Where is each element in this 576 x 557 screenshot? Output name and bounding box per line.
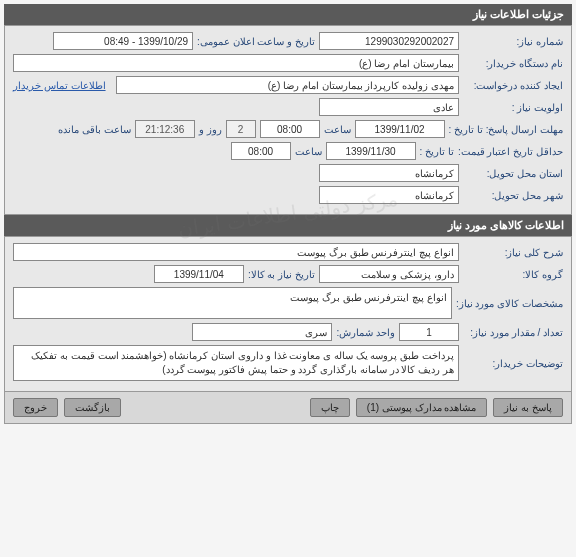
- buyer-notes-label: توضیحات خریدار:: [463, 358, 563, 369]
- deadline-time-field: 08:00: [260, 120, 320, 138]
- days-label: روز و: [199, 124, 222, 135]
- unit-label: واحد شمارش:: [336, 327, 395, 338]
- qty-label: تعداد / مقدار مورد نیاز:: [463, 327, 563, 338]
- validity-label: حداقل تاریخ اعتبار قیمت:: [458, 146, 563, 157]
- section2-body: شرح کلی نیاز: انواع پیچ اینترفرنس طبق بر…: [4, 236, 572, 392]
- attachments-button[interactable]: مشاهده مدارک پیوستی (1): [356, 398, 488, 417]
- creator-label: ایجاد کننده درخواست:: [463, 80, 563, 91]
- section1-body: شماره نیاز: 1299030292002027 تاریخ و ساع…: [4, 25, 572, 215]
- validity-to-label: تا تاریخ :: [420, 146, 454, 157]
- section1-header: جزئیات اطلاعات نیاز: [4, 4, 572, 25]
- desc-field: انواع پیچ اینترفرنس طبق برگ پیوست: [13, 243, 459, 261]
- validity-date-field: 1399/11/30: [326, 142, 416, 160]
- province-field: کرمانشاه: [319, 164, 459, 182]
- need-number-label: شماره نیاز:: [463, 36, 563, 47]
- deadline-label: مهلت ارسال پاسخ: تا تاریخ :: [449, 124, 563, 135]
- group-field: دارو، پزشکی و سلامت: [319, 265, 459, 283]
- contact-link[interactable]: اطلاعات تماس خریدار: [13, 80, 106, 91]
- validity-time-label: ساعت: [295, 146, 322, 157]
- public-date-field: 1399/10/29 - 08:49: [53, 32, 193, 50]
- deadline-time-label: ساعت: [324, 124, 351, 135]
- city-label: شهر محل تحویل:: [463, 190, 563, 201]
- priority-label: اولویت نیاز :: [463, 102, 563, 113]
- buyer-notes-field: پرداخت طبق پروسه یک ساله ی معاونت غذا و …: [13, 345, 459, 381]
- desc-label: شرح کلی نیاز:: [463, 247, 563, 258]
- need-date-field: 1399/11/04: [154, 265, 244, 283]
- spec-label: مشخصات کالای مورد نیاز:: [456, 298, 563, 309]
- priority-field: عادی: [319, 98, 459, 116]
- reply-button[interactable]: پاسخ به نیاز: [493, 398, 563, 417]
- need-date-label: تاریخ نیاز به کالا:: [248, 269, 315, 280]
- unit-field: سری: [192, 323, 332, 341]
- section2-header: اطلاعات کالاهای مورد نیاز: [4, 215, 572, 236]
- buyer-org-label: نام دستگاه خریدار:: [463, 58, 563, 69]
- button-row: پاسخ به نیاز مشاهده مدارک پیوستی (1) چاپ…: [4, 392, 572, 424]
- province-label: استان محل تحویل:: [463, 168, 563, 179]
- group-label: گروه کالا:: [463, 269, 563, 280]
- exit-button[interactable]: خروج: [13, 398, 58, 417]
- back-button[interactable]: بازگشت: [64, 398, 121, 417]
- time-left-field: 21:12:36: [135, 120, 195, 138]
- deadline-date-field: 1399/11/02: [355, 120, 445, 138]
- print-button[interactable]: چاپ: [310, 398, 350, 417]
- need-number-field: 1299030292002027: [319, 32, 459, 50]
- days-left-field: 2: [226, 120, 256, 138]
- time-left-label: ساعت باقی مانده: [58, 124, 131, 135]
- buyer-org-field: بیمارستان امام رضا (ع): [13, 54, 459, 72]
- validity-time-field: 08:00: [231, 142, 291, 160]
- city-field: کرمانشاه: [319, 186, 459, 204]
- qty-field: 1: [399, 323, 459, 341]
- public-date-label: تاریخ و ساعت اعلان عمومی:: [197, 36, 315, 47]
- creator-field: مهدی زولیده کارپرداز بیمارستان امام رضا …: [116, 76, 459, 94]
- spec-field: انواع پیچ اینترفرنس طبق برگ پیوست: [13, 287, 452, 319]
